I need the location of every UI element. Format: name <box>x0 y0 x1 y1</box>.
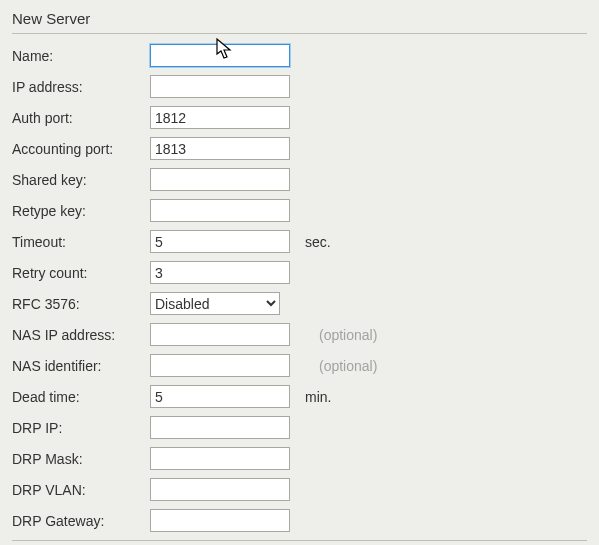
retry-count-label: Retry count: <box>12 265 144 281</box>
rfc3576-select[interactable]: Disabled <box>150 292 280 315</box>
separator-bottom <box>12 540 587 541</box>
nas-ip-optional-hint: (optional) <box>301 327 587 343</box>
dead-time-suffix: min. <box>301 389 587 405</box>
timeout-input[interactable] <box>150 230 290 253</box>
accounting-port-label: Accounting port: <box>12 141 144 157</box>
separator-top <box>12 33 587 34</box>
auth-port-input[interactable] <box>150 106 290 129</box>
ip-address-input[interactable] <box>150 75 290 98</box>
retype-key-label: Retype key: <box>12 203 144 219</box>
nas-identifier-input[interactable] <box>150 354 290 377</box>
accounting-port-input[interactable] <box>150 137 290 160</box>
drp-ip-label: DRP IP: <box>12 420 144 436</box>
auth-port-label: Auth port: <box>12 110 144 126</box>
dead-time-label: Dead time: <box>12 389 144 405</box>
nas-ip-input[interactable] <box>150 323 290 346</box>
drp-mask-label: DRP Mask: <box>12 451 144 467</box>
drp-mask-input[interactable] <box>150 447 290 470</box>
drp-gateway-input[interactable] <box>150 509 290 532</box>
form-grid: Name: IP address: Auth port: Accounting … <box>12 44 587 532</box>
nas-identifier-label: NAS identifier: <box>12 358 144 374</box>
dead-time-input[interactable] <box>150 385 290 408</box>
rfc3576-label: RFC 3576: <box>12 296 144 312</box>
drp-ip-input[interactable] <box>150 416 290 439</box>
ip-address-label: IP address: <box>12 79 144 95</box>
timeout-label: Timeout: <box>12 234 144 250</box>
shared-key-label: Shared key: <box>12 172 144 188</box>
drp-vlan-label: DRP VLAN: <box>12 482 144 498</box>
name-label: Name: <box>12 48 144 64</box>
timeout-suffix: sec. <box>301 234 587 250</box>
dialog-title: New Server <box>12 10 587 27</box>
shared-key-input[interactable] <box>150 168 290 191</box>
name-input[interactable] <box>150 44 290 67</box>
nas-ip-label: NAS IP address: <box>12 327 144 343</box>
drp-vlan-input[interactable] <box>150 478 290 501</box>
retry-count-input[interactable] <box>150 261 290 284</box>
retype-key-input[interactable] <box>150 199 290 222</box>
drp-gateway-label: DRP Gateway: <box>12 513 144 529</box>
nas-identifier-optional-hint: (optional) <box>301 358 587 374</box>
